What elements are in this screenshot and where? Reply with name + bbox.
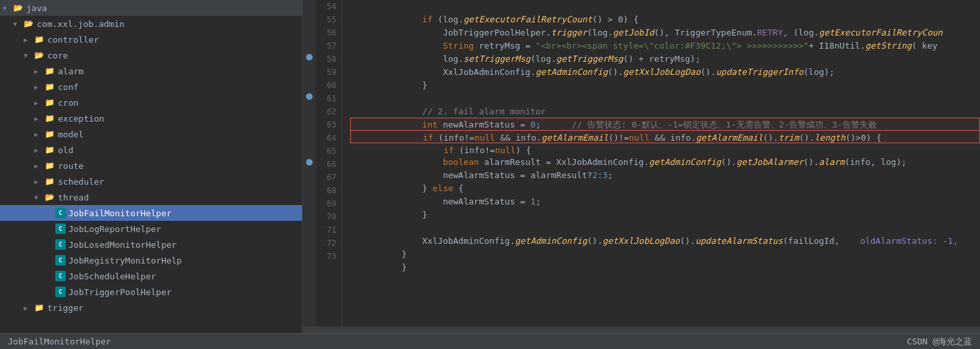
arrow-route: ▶ xyxy=(34,162,45,170)
code-line-62: int newAlarmStatus = 0; // 告警状态: 0-默认、-1… xyxy=(350,105,980,118)
code-line-58: XxlJobAdminConfig.getAdminConfig().getXx… xyxy=(350,53,980,66)
folder-com-xxl-icon xyxy=(24,18,34,29)
sidebar-item-controller[interactable]: ▶ controller xyxy=(0,32,302,47)
status-filename: JobFailMonitorHelper xyxy=(8,337,111,346)
line-num-73: 73 xyxy=(321,250,336,263)
arrow-trigger: ▶ xyxy=(24,304,34,312)
line-num-63: 63 xyxy=(321,118,336,131)
gutter-marker-2 xyxy=(306,93,313,100)
class-icon-JobRegistryMonitorHelp: C xyxy=(55,255,66,266)
folder-exception-icon xyxy=(45,113,55,124)
sidebar-item-conf-label: conf xyxy=(58,82,78,92)
line-num-65: 65 xyxy=(321,145,336,158)
sidebar-item-thread[interactable]: ▼ thread xyxy=(0,189,302,205)
code-line-60 xyxy=(350,79,980,92)
arrow-model: ▶ xyxy=(34,131,45,138)
sidebar-item-model[interactable]: ▶ model xyxy=(0,126,302,142)
line-num-54: 54 xyxy=(321,0,336,13)
scrollbar-thumb xyxy=(438,327,844,333)
sidebar-item-thread-label: thread xyxy=(58,193,89,202)
arrow-controller: ▶ xyxy=(24,36,34,43)
folder-old-icon xyxy=(45,145,55,155)
line-num-56: 56 xyxy=(321,26,336,39)
sidebar-item-old[interactable]: ▶ old xyxy=(0,142,302,158)
sidebar-item-JobLosedMonitorHelper[interactable]: C JobLosedMonitorHelper xyxy=(0,237,302,252)
sidebar-item-route[interactable]: ▶ route xyxy=(0,158,302,174)
code-line-72: } xyxy=(350,235,980,248)
sidebar-item-com-xxl[interactable]: ▼ com.xxl.job.admin xyxy=(0,16,302,32)
sidebar-item-JobRegistryMonitorHelp[interactable]: C JobRegistryMonitorHelp xyxy=(0,252,302,268)
sidebar-item-exception-label: exception xyxy=(58,114,104,124)
code-area: 54 55 56 57 58 59 60 61 62 63 64 65 66 6… xyxy=(303,0,980,333)
class-icon-JobTriggerPoolHelper: C xyxy=(55,287,66,297)
arrow-com-xxl: ▼ xyxy=(13,20,24,28)
line-num-64: 64 xyxy=(321,131,336,145)
sidebar-item-model-label: model xyxy=(58,129,84,139)
folder-route-icon xyxy=(45,160,55,171)
line-num-61: 61 xyxy=(321,92,336,105)
sidebar-item-java[interactable]: ▼ java xyxy=(0,0,302,16)
line-num-72: 72 xyxy=(321,237,336,250)
sidebar-item-trigger-label: trigger xyxy=(47,303,84,313)
code-line-66: newAlarmStatus = alarmResult?2:3; xyxy=(350,156,980,169)
code-content[interactable]: if (log.getExecutorFailRetryCount() > 0)… xyxy=(342,0,980,327)
folder-core-icon xyxy=(34,50,45,60)
sidebar-item-conf[interactable]: ▶ conf xyxy=(0,79,302,95)
gutter-area xyxy=(303,0,316,327)
gutter-marker-3 xyxy=(306,159,313,166)
sidebar-item-core[interactable]: ▼ core xyxy=(0,47,302,63)
line-num-60: 60 xyxy=(321,79,336,92)
line-num-58: 58 xyxy=(321,53,336,66)
folder-thread-icon xyxy=(45,192,55,202)
sidebar-item-scheduler[interactable]: ▶ scheduler xyxy=(0,174,302,189)
sidebar-item-old-label: old xyxy=(58,145,73,155)
sidebar: ▼ java ▼ com.xxl.job.admin ▶ controller … xyxy=(0,0,303,333)
line-num-62: 62 xyxy=(321,105,336,118)
sidebar-item-JobLosedMonitorHelper-label: JobLosedMonitorHelper xyxy=(68,240,176,250)
folder-conf-icon xyxy=(45,81,55,92)
folder-java-icon xyxy=(13,3,24,13)
sidebar-item-java-label: java xyxy=(26,3,47,13)
horizontal-scrollbar[interactable] xyxy=(303,327,980,333)
gutter-marker-1 xyxy=(306,54,313,60)
folder-alarm-icon xyxy=(45,66,55,76)
main-area: ▼ java ▼ com.xxl.job.admin ▶ controller … xyxy=(0,0,980,333)
code-line-68: newAlarmStatus = 1; xyxy=(350,182,980,195)
line-num-55: 55 xyxy=(321,13,336,26)
line-num-57: 57 xyxy=(321,39,336,53)
sidebar-item-trigger[interactable]: ▶ trigger xyxy=(0,300,302,315)
code-scroll[interactable]: 54 55 56 57 58 59 60 61 62 63 64 65 66 6… xyxy=(303,0,980,327)
arrow-old: ▶ xyxy=(34,147,45,154)
arrow-scheduler: ▶ xyxy=(34,178,45,185)
sidebar-item-cron[interactable]: ▶ cron xyxy=(0,95,302,110)
sidebar-item-JobLogReportHelper-label: JobLogReportHelper xyxy=(68,224,161,234)
folder-controller-icon xyxy=(34,34,45,45)
code-line-54: if (log.getExecutorFailRetryCount() > 0)… xyxy=(350,0,980,13)
sidebar-item-scheduler-label: scheduler xyxy=(58,177,104,187)
code-line-71: XxlJobAdminConfig.getAdminConfig().getXx… xyxy=(350,221,980,235)
status-attribution: CSDN @海光之蓝 xyxy=(907,336,972,348)
code-line-57: log.setTriggerMsg(log.getTriggerMsg() + … xyxy=(350,39,980,53)
line-num-70: 70 xyxy=(321,210,336,223)
code-line-73: } xyxy=(350,248,980,261)
code-line-56: String retryMsg = "<br><br><span style=\… xyxy=(350,26,980,39)
class-icon-JobScheduleHelper: C xyxy=(55,271,66,281)
sidebar-item-JobTriggerPoolHelper[interactable]: C JobTriggerPoolHelper xyxy=(0,284,302,300)
sidebar-item-JobLogReportHelper[interactable]: C JobLogReportHelper xyxy=(0,221,302,237)
code-line-61: // 2. fail alarm monitor xyxy=(350,92,980,105)
sidebar-item-JobRegistryMonitorHelp-label: JobRegistryMonitorHelp xyxy=(68,256,182,266)
folder-scheduler-icon xyxy=(45,176,55,187)
arrow-exception: ▶ xyxy=(34,115,45,122)
arrow-conf: ▶ xyxy=(34,83,45,91)
sidebar-item-JobScheduleHelper[interactable]: C JobScheduleHelper xyxy=(0,268,302,284)
sidebar-item-alarm[interactable]: ▶ alarm xyxy=(0,63,302,79)
code-line-70 xyxy=(350,208,980,221)
code-line-63: if (info!=null && info.getAlarmEmail()!=… xyxy=(350,118,980,131)
sidebar-item-JobScheduleHelper-label: JobScheduleHelper xyxy=(68,271,156,281)
sidebar-item-exception[interactable]: ▶ exception xyxy=(0,110,302,126)
sidebar-item-alarm-label: alarm xyxy=(58,66,84,76)
line-num-67: 67 xyxy=(321,171,336,184)
sidebar-item-JobFailMonitorHelper[interactable]: C JobFailMonitorHelper xyxy=(0,205,302,221)
sidebar-item-core-label: core xyxy=(47,51,68,60)
class-icon-JobFailMonitorHelper: C xyxy=(55,208,66,218)
